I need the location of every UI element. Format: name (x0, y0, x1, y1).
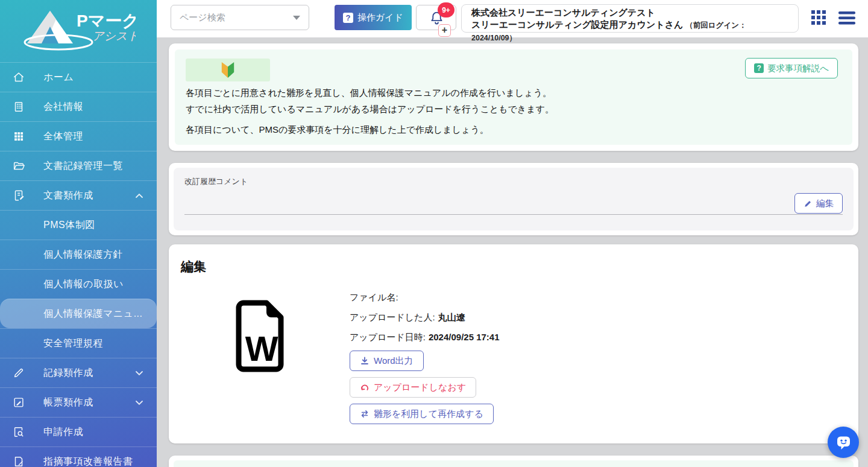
topbar: ページ検索 ? 操作ガイド 9+ + 株式会社スリーエーコンサルティングテスト … (157, 0, 868, 37)
sidebar-nav: ホーム 会社情報 全体管理 文書記録管理一覧 文書類作成 PMS体制図 (0, 62, 157, 467)
sidebar-item-privacy-manual[interactable]: 個人情報保護マニュ... (0, 299, 157, 328)
svg-text:Pマーク: Pマーク (77, 11, 136, 30)
sidebar-item-application-creation[interactable]: 申請作成 (0, 417, 157, 446)
uploaded-by-label: アップロードした人: (350, 312, 435, 322)
page-search-select[interactable]: ページ検索 (171, 5, 309, 30)
banner-line-2: すでに社内で活用しているマニュアルがある場合はアップロードを行うこともできます。 (186, 101, 841, 117)
redo-upload-icon (360, 383, 370, 392)
edit-section-heading: 編集 (181, 258, 846, 275)
page-search-placeholder: ページ検索 (180, 12, 293, 24)
sidebar-item-label: 個人情報保護方針 (43, 249, 123, 261)
main-menu-button[interactable] (838, 11, 855, 25)
sidebar-item-label: ホーム (43, 71, 74, 84)
hamburger-icon (838, 11, 855, 25)
question-icon: ? (343, 13, 353, 23)
notification-count-badge: 9+ (438, 2, 454, 17)
beginner-mark-icon (220, 61, 236, 79)
pencil-icon (12, 366, 25, 380)
sidebar-item-label: 個人情報の取扱い (43, 278, 124, 291)
question-icon: ? (754, 63, 764, 73)
document-report-icon (12, 455, 25, 467)
sidebar-item-label: 指摘事項改善報告書 (43, 456, 133, 467)
download-icon (360, 356, 370, 366)
sidebar-item-document-creation[interactable]: 文書類作成 (0, 180, 157, 210)
account-menu[interactable]: 株式会社スリーエーコンサルティングテスト スリーエーコンサルティング設定用アカウ… (461, 4, 799, 33)
revision-comment-label: 改訂履歴コメント (184, 176, 843, 187)
beginner-mark-box (186, 59, 270, 81)
chevron-down-icon (293, 16, 300, 20)
sidebar-item-label: 会社情報 (43, 101, 83, 113)
svg-text:W: W (245, 329, 278, 368)
sidebar-item-home[interactable]: ホーム (0, 62, 157, 92)
pmark-assist-logo[interactable]: Pマーク アシスト (0, 0, 157, 62)
file-name-label: ファイル名: (350, 292, 398, 302)
sidebar-item-label: 帳票類作成 (43, 396, 93, 409)
sidebar-item-label: 文書類作成 (43, 189, 93, 202)
edit-comment-label: 編集 (816, 198, 834, 209)
recreate-from-template-button[interactable]: 雛形を利用して再作成する (350, 404, 494, 424)
folder-icon (12, 159, 25, 173)
sidebar: Pマーク アシスト ホーム 会社情報 全体管理 文書記録管理一覧 (0, 0, 157, 467)
sidebar-item-label: 文書記録管理一覧 (43, 160, 123, 173)
building-icon (12, 100, 25, 113)
account-user-name: スリーエーコンサルティング設定用アカウントさん (471, 19, 683, 30)
swap-arrows-icon (360, 409, 370, 419)
sidebar-item-form-creation[interactable]: 帳票類作成 (0, 387, 157, 417)
word-export-label: Word出力 (374, 355, 414, 367)
chat-support-button[interactable] (828, 427, 859, 458)
banner-line-1: 各項目ごとに用意された雛形を見直し、個人情報保護マニュアルの作成を行いましょう。 (186, 84, 841, 101)
document-search-icon (12, 425, 25, 439)
requirements-guide-button[interactable]: ? 要求事項解説へ (745, 58, 838, 78)
sidebar-item-personal-info-handling[interactable]: 個人情報の取扱い (0, 269, 157, 299)
reupload-button[interactable]: アップロードしなおす (350, 377, 476, 398)
revision-comment-panel: 改訂履歴コメント 編集 (174, 168, 854, 230)
pencil-icon (804, 199, 813, 208)
chevron-down-icon (135, 370, 143, 376)
word-export-button[interactable]: Word出力 (350, 351, 424, 371)
sidebar-item-label: 全体管理 (43, 130, 83, 143)
main-content: ? 要求事項解説へ 各項目ごとに用意された雛形を見直し、個人情報保護マニュアルの… (157, 37, 868, 467)
sidebar-item-document-record-list[interactable]: 文書記録管理一覧 (0, 151, 157, 180)
logo-mountain-icon: Pマーク アシスト (21, 6, 136, 57)
app-launcher-button[interactable] (811, 10, 826, 25)
account-company-name: 株式会社スリーエーコンサルティングテスト (471, 7, 788, 19)
uploaded-by-value: 丸山遼 (438, 312, 465, 322)
chevron-up-icon (135, 193, 143, 199)
sidebar-item-label: 申請作成 (43, 426, 83, 439)
sidebar-item-improvement-report[interactable]: 指摘事項改善報告書 (0, 446, 157, 467)
edit-comment-button[interactable]: 編集 (794, 193, 843, 214)
requirements-guide-label: 要求事項解説へ (767, 63, 829, 74)
notification-plus-icon[interactable]: + (438, 24, 451, 37)
sidebar-item-label: 安全管理規程 (43, 337, 103, 350)
notifications-button[interactable]: 9+ + (416, 5, 456, 30)
sidebar-item-company-info[interactable]: 会社情報 (0, 92, 157, 121)
intro-banner: ? 要求事項解説へ 各項目ごとに用意された雛形を見直し、個人情報保護マニュアルの… (175, 49, 852, 145)
sidebar-item-label: 個人情報保護マニュ... (43, 308, 142, 320)
pencil-square-icon (12, 396, 25, 409)
revision-comment-value: 編集 (184, 187, 843, 215)
sidebar-item-label: PMS体制図 (43, 219, 95, 232)
document-edit-icon (12, 189, 25, 202)
sidebar-item-safety-management[interactable]: 安全管理規程 (0, 328, 157, 358)
edit-section-card: 編集 W ファイル名: アップロードした人:丸山遼 アップロード日時:2024/… (169, 244, 858, 443)
banner-line-3: 各項目について、PMSの要求事項を十分に理解した上で作成しましょう。 (186, 121, 841, 138)
home-icon (12, 71, 25, 84)
recreate-from-template-label: 雛形を利用して再作成する (374, 408, 483, 420)
operation-guide-label: 操作ガイド (357, 12, 403, 24)
revision-comment-card: 改訂履歴コメント 編集 (169, 163, 858, 235)
chat-smiley-icon (835, 434, 852, 451)
app-grid-icon (811, 10, 826, 25)
operation-guide-button[interactable]: ? 操作ガイド (335, 5, 412, 30)
reupload-label: アップロードしなおす (374, 382, 466, 393)
sidebar-item-label: 記録類作成 (43, 367, 93, 380)
grid-icon (12, 130, 25, 143)
word-file-icon: W (234, 299, 289, 424)
uploaded-at-value: 2024/09/25 17:41 (429, 332, 500, 342)
uploaded-at-label: アップロード日時: (350, 332, 426, 342)
sidebar-item-pms-structure[interactable]: PMS体制図 (0, 210, 157, 240)
intro-banner-card: ? 要求事項解説へ 各項目ごとに用意された雛形を見直し、個人情報保護マニュアルの… (169, 43, 858, 151)
sidebar-item-overall-management[interactable]: 全体管理 (0, 121, 157, 151)
sidebar-item-privacy-policy[interactable]: 個人情報保護方針 (0, 240, 157, 269)
sidebar-item-record-creation[interactable]: 記録類作成 (0, 358, 157, 387)
chevron-down-icon (135, 400, 143, 405)
